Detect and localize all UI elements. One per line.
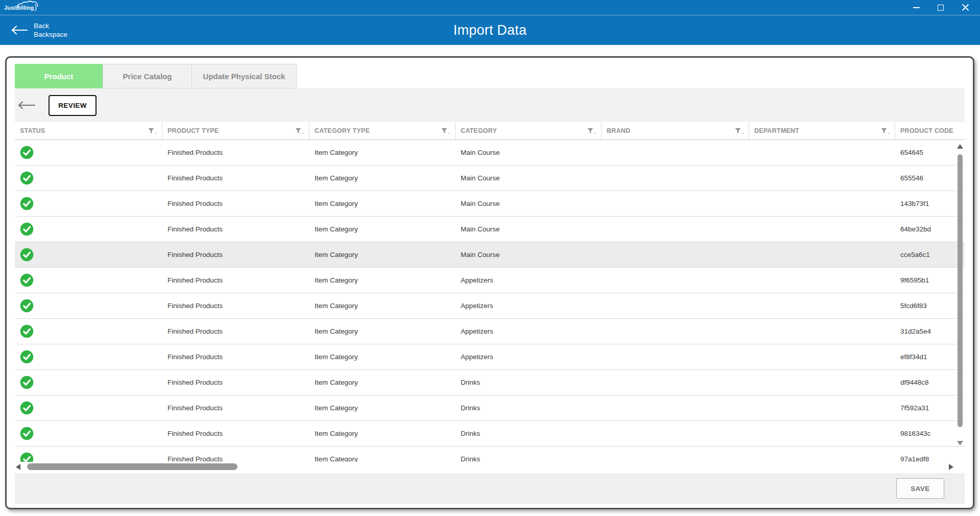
table-row[interactable]: Finished ProductsItem CategoryDrinks9816… (15, 421, 965, 447)
cell-status (15, 427, 162, 440)
page-title: Import Data (453, 22, 527, 38)
vertical-scroll-thumb[interactable] (958, 154, 963, 427)
table-row[interactable]: Finished ProductsItem CategoryMain Cours… (15, 191, 965, 217)
cell-product-type: Finished Products (162, 251, 309, 259)
column-header-status: STATUS. (15, 122, 162, 139)
cell-product-type: Finished Products (162, 174, 309, 182)
review-button[interactable]: REVIEW (49, 95, 97, 116)
back-label-line2: Backspace (34, 30, 67, 39)
success-check-icon (20, 427, 34, 440)
column-header-category-type: CATEGORY TYPE. (309, 122, 456, 139)
table-row[interactable]: Finished ProductsItem CategoryDrinks97a1… (15, 447, 965, 462)
cell-status (15, 401, 162, 415)
filter-dot: . (742, 130, 744, 134)
back-label: Back Backspace (34, 21, 67, 39)
cell-product-type: Finished Products (162, 404, 309, 412)
success-check-icon (20, 146, 34, 159)
column-filter-button[interactable]: . (587, 128, 596, 134)
column-filter-button[interactable]: . (735, 128, 744, 134)
filter-dot: . (448, 130, 450, 134)
toolbar-back-button[interactable] (18, 101, 35, 109)
scroll-up-icon[interactable] (957, 144, 963, 149)
table-row[interactable]: Finished ProductsItem CategoryAppetizers… (15, 319, 965, 344)
minimize-button[interactable] (912, 3, 921, 12)
table-row[interactable]: Finished ProductsItem CategoryAppetizers… (15, 268, 965, 293)
column-header-department: DEPARTMENT. (749, 122, 895, 139)
column-filter-button[interactable]: . (295, 128, 304, 134)
app-logo: JustBilling) (4, 4, 37, 12)
cell-status (15, 324, 162, 338)
toolbar: REVIEW (15, 88, 965, 122)
column-filter-button[interactable]: . (148, 128, 157, 134)
back-button[interactable]: Back Backspace (11, 21, 67, 39)
horizontal-scrollbar[interactable] (15, 463, 965, 471)
scroll-left-icon[interactable] (16, 464, 20, 470)
table-row[interactable]: Finished ProductsItem CategoryMain Cours… (15, 242, 965, 268)
cell-product-type: Finished Products (162, 302, 309, 310)
tab-update-physical-stock[interactable]: Update Physical Stock (192, 64, 297, 88)
tab-product[interactable]: Product (15, 64, 103, 88)
grid-body: Finished ProductsItem CategoryMain Cours… (15, 140, 965, 462)
column-filter-button[interactable]: . (881, 128, 890, 134)
filter-funnel-icon (148, 128, 154, 134)
success-check-icon (20, 401, 34, 415)
table-row[interactable]: Finished ProductsItem CategoryMain Cours… (15, 217, 965, 242)
table-row[interactable]: Finished ProductsItem CategoryDrinksdf94… (15, 370, 965, 395)
cell-product-code: 143b73f1 (895, 200, 965, 207)
scroll-right-icon[interactable] (949, 464, 953, 470)
back-arrow-icon (11, 26, 28, 35)
cell-product-type: Finished Products (162, 379, 309, 386)
filter-funnel-icon (735, 128, 741, 134)
success-check-icon (20, 222, 34, 236)
cell-category-type: Item Category (309, 276, 456, 284)
page-header: Back Backspace Import Data (0, 15, 980, 45)
maximize-icon (938, 5, 944, 11)
save-button[interactable]: SAVE (896, 478, 944, 499)
column-label: CATEGORY (461, 127, 497, 134)
vertical-scrollbar[interactable] (957, 141, 964, 462)
cell-status (15, 222, 162, 236)
success-check-icon (20, 324, 34, 338)
filter-funnel-icon (441, 128, 447, 134)
cell-status (15, 171, 162, 185)
column-header-product-type: PRODUCT TYPE. (162, 122, 309, 139)
column-label: BRAND (607, 127, 630, 134)
cell-category: Drinks (456, 404, 602, 412)
table-row[interactable]: Finished ProductsItem CategoryAppetizers… (15, 293, 965, 319)
cell-status (15, 146, 162, 159)
success-check-icon (20, 248, 34, 262)
success-check-icon (20, 376, 34, 389)
grid-rows: Finished ProductsItem CategoryMain Cours… (15, 140, 965, 462)
filter-dot: . (594, 130, 596, 134)
tab-price-catalog[interactable]: Price Catalog (103, 64, 192, 88)
cell-category: Appetizers (456, 302, 602, 310)
success-check-icon (20, 350, 34, 364)
maximize-button[interactable] (936, 3, 945, 12)
cell-category-type: Item Category (309, 225, 456, 233)
horizontal-scroll-thumb[interactable] (27, 463, 237, 470)
table-row[interactable]: Finished ProductsItem CategoryMain Cours… (15, 140, 965, 166)
cell-product-code: 9f6595b1 (895, 276, 965, 284)
cell-category: Main Course (456, 200, 602, 207)
import-data-panel: Product Price Catalog Update Physical St… (5, 56, 974, 509)
cell-status (15, 452, 162, 462)
cell-category: Main Course (456, 251, 602, 259)
cell-product-code: 97a1edf8 (895, 455, 965, 462)
cloud-icon (16, 1, 42, 7)
table-row[interactable]: Finished ProductsItem CategoryMain Cours… (15, 166, 965, 191)
cell-category: Main Course (456, 225, 602, 233)
success-check-icon (20, 452, 34, 462)
close-button[interactable] (961, 3, 970, 12)
cell-category: Main Course (456, 174, 602, 182)
cell-product-type: Finished Products (162, 430, 309, 437)
scroll-down-icon[interactable] (957, 441, 963, 445)
column-header-brand: BRAND. (602, 122, 749, 139)
filter-funnel-icon (881, 128, 887, 134)
cell-product-code: 5fcd6f83 (895, 302, 965, 310)
cell-category: Appetizers (456, 353, 602, 361)
column-filter-button[interactable]: . (441, 128, 450, 134)
table-row[interactable]: Finished ProductsItem CategoryDrinks7f59… (15, 395, 965, 421)
cell-category-type: Item Category (309, 251, 456, 259)
cell-product-type: Finished Products (162, 149, 309, 156)
table-row[interactable]: Finished ProductsItem CategoryAppetizers… (15, 344, 965, 370)
